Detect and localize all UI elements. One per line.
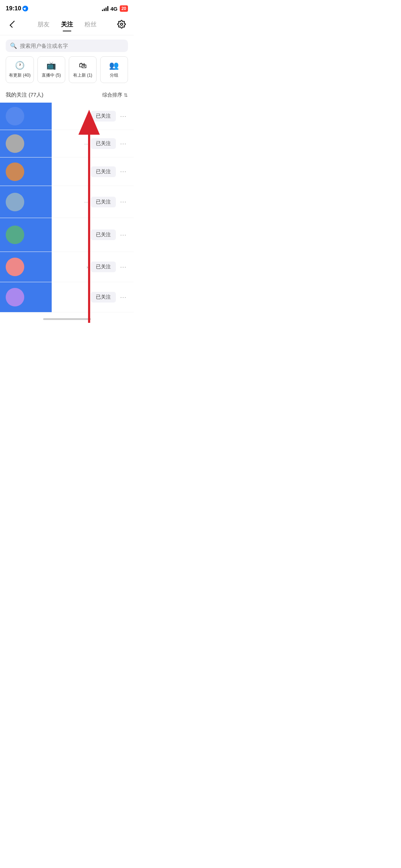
tab-friends[interactable]: 朋友: [37, 19, 50, 30]
more-options-button[interactable]: ···: [119, 166, 128, 177]
user-item: User 已关注 ···: [0, 282, 134, 312]
battery-text: 20: [122, 6, 126, 11]
user-avatar: [6, 288, 24, 306]
nav-tabs: 朋友 关注 粉丝: [19, 19, 115, 30]
user-avatar-wrap: [6, 226, 24, 244]
filter-new-label: 有上新 (1): [73, 72, 92, 78]
user-avatar: [6, 134, 24, 153]
sort-label: 综合排序: [102, 92, 122, 98]
user-avatar-wrap: [6, 162, 24, 181]
back-arrow-icon: [10, 21, 17, 28]
follow-button[interactable]: 已关注: [91, 138, 116, 149]
section-title: 我的关注 (77人): [6, 92, 43, 98]
more-options-button[interactable]: ···: [119, 292, 128, 303]
user-avatar: [6, 226, 24, 244]
search-input[interactable]: [20, 43, 124, 49]
more-options-button[interactable]: ···: [119, 197, 128, 207]
filter-card-live[interactable]: 📺 直播中 (5): [37, 56, 65, 83]
more-options-button[interactable]: ···: [119, 139, 128, 149]
follow-button[interactable]: 已关注: [91, 111, 116, 122]
follow-button[interactable]: 已关注: [91, 229, 116, 240]
home-indicator: [43, 318, 91, 320]
users-wrapper: User 已关注 ··· User ··· 已关注 ··· User: [0, 103, 134, 312]
status-right: 4G 20: [102, 5, 128, 12]
status-bar: 19:10 4G 20: [0, 0, 134, 15]
nav-bar: 朋友 关注 粉丝: [0, 15, 134, 35]
tab-following[interactable]: 关注: [61, 19, 73, 30]
user-avatar-wrap: [6, 288, 24, 306]
signal-bar-3: [106, 7, 107, 11]
signal-bar-4: [107, 6, 108, 11]
more-options-button[interactable]: ···: [119, 262, 128, 272]
user-item: User ··· 已关注 ···: [0, 186, 134, 218]
signal-bar-1: [102, 10, 103, 11]
follow-button[interactable]: 已关注: [91, 166, 116, 177]
user-avatar: [6, 193, 24, 211]
filter-live-label: 直播中 (5): [42, 72, 61, 78]
bag-icon: 🛍: [79, 61, 87, 70]
filter-updates-label: 有更新 (40): [9, 72, 31, 78]
user-avatar: [6, 162, 24, 181]
user-item: User › 已关注 ···: [0, 252, 134, 282]
more-text: ···: [84, 141, 88, 146]
user-item: User 已关注 ···: [0, 157, 134, 186]
more-options-button[interactable]: ···: [119, 111, 128, 122]
user-list: User 已关注 ··· User ··· 已关注 ··· User: [0, 103, 134, 312]
more-options-button[interactable]: ···: [119, 230, 128, 240]
user-avatar-wrap: [6, 258, 24, 276]
filter-card-updates[interactable]: 🕐 有更新 (40): [6, 56, 34, 83]
group-icon: 👥: [109, 61, 119, 70]
sort-icon: ⇅: [124, 92, 128, 98]
expand-indicator-2: ›: [87, 264, 88, 270]
sort-button[interactable]: 综合排序 ⇅: [102, 92, 128, 98]
user-avatar-wrap: [6, 134, 24, 153]
user-avatar: [6, 107, 24, 125]
filter-groups-label: 分组: [110, 72, 118, 78]
search-box[interactable]: 🔍: [6, 40, 128, 52]
status-time: 19:10: [6, 5, 28, 12]
signal-bars: [102, 6, 108, 11]
user-item: User ··· 已关注 ···: [0, 130, 134, 157]
follow-button[interactable]: 已关注: [91, 262, 116, 272]
location-icon: [22, 6, 28, 11]
user-avatar-wrap: [6, 193, 24, 211]
search-icon: 🔍: [10, 42, 17, 49]
search-container: 🔍: [0, 35, 134, 56]
user-item: User 已关注 ···: [0, 218, 134, 252]
section-header: 我的关注 (77人) 综合排序 ⇅: [0, 89, 134, 103]
filter-card-groups[interactable]: 👥 分组: [100, 56, 128, 83]
tv-icon: 📺: [46, 61, 56, 70]
expand-indicator: ···: [84, 199, 88, 205]
time-text: 19:10: [6, 5, 21, 12]
gear-icon: [117, 20, 126, 29]
user-avatar: [6, 258, 24, 276]
filter-card-new[interactable]: 🛍 有上新 (1): [69, 56, 97, 83]
follow-button[interactable]: 已关注: [91, 197, 116, 207]
user-avatar-wrap: [6, 107, 24, 125]
settings-button[interactable]: [115, 18, 128, 31]
user-item: User 已关注 ···: [0, 103, 134, 130]
filter-cards: 🕐 有更新 (40) 📺 直播中 (5) 🛍 有上新 (1) 👥 分组: [0, 56, 134, 89]
signal-bar-2: [104, 9, 105, 11]
network-label: 4G: [110, 6, 118, 12]
battery: 20: [120, 5, 128, 12]
follow-button[interactable]: 已关注: [91, 292, 116, 303]
tab-fans[interactable]: 粉丝: [84, 19, 97, 30]
back-button[interactable]: [6, 18, 19, 31]
clock-icon: 🕐: [15, 61, 25, 70]
svg-point-0: [120, 23, 123, 25]
